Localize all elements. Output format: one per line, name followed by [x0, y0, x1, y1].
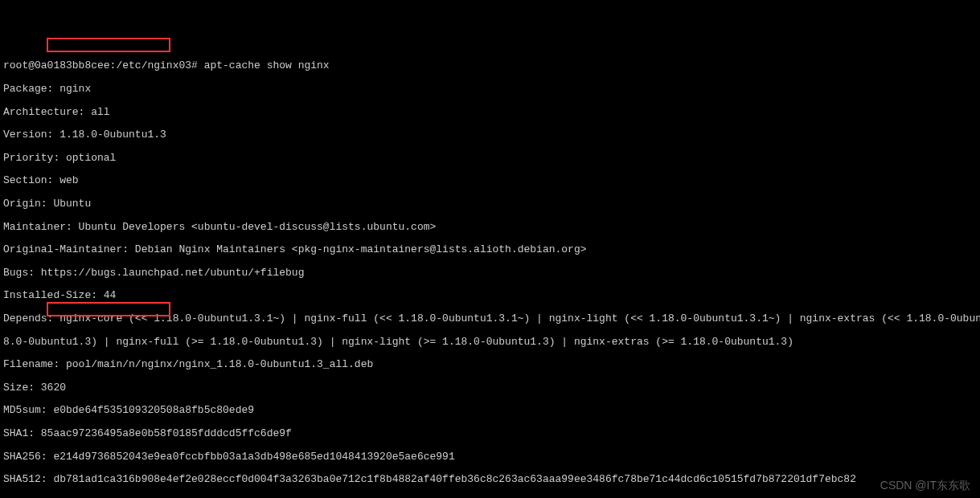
- output-line: Package: nginx: [3, 84, 977, 95]
- output-line: Size: 3620: [3, 382, 977, 394]
- output-line: Origin: Ubuntu: [3, 198, 977, 210]
- output-line: Installed-Size: 44: [3, 290, 977, 301]
- output-line: Filename: pool/main/n/nginx/nginx_1.18.0…: [3, 359, 977, 370]
- output-line: SHA512: db781ad1ca316b908e4ef2e028eccf0d…: [3, 474, 977, 485]
- output-line: Bugs: https://bugs.launchpad.net/ubuntu/…: [3, 267, 977, 279]
- watermark: CSDN @IT东东歌: [880, 480, 970, 492]
- output-line: Maintainer: Ubuntu Developers <ubuntu-de…: [3, 222, 977, 233]
- output-line: Architecture: all: [3, 107, 977, 118]
- output-line: Section: web: [3, 175, 977, 186]
- output-line: Depends: nginx-core (<< 1.18.0-0ubuntu1.…: [3, 313, 977, 325]
- output-line: SHA256: e214d9736852043e9ea0fccbfbb03a1a…: [3, 451, 977, 463]
- output-line: 8.0-0ubuntu1.3) | nginx-full (>= 1.18.0-…: [3, 337, 977, 348]
- terminal-output[interactable]: root@0a0183bb8cee:/etc/nginx03# apt-cach…: [3, 49, 977, 498]
- prompt-line: root@0a0183bb8cee:/etc/nginx03# apt-cach…: [3, 60, 977, 71]
- output-line: Priority: optional: [3, 153, 977, 164]
- output-line: Original-Maintainer: Debian Nginx Mainta…: [3, 244, 977, 255]
- output-line: Version: 1.18.0-0ubuntu1.3: [3, 129, 977, 141]
- output-line: SHA1: 85aac97236495a8e0b58f0185fdddcd5ff…: [3, 428, 977, 439]
- output-line: MD5sum: e0bde64f535109320508a8fb5c80ede9: [3, 405, 977, 416]
